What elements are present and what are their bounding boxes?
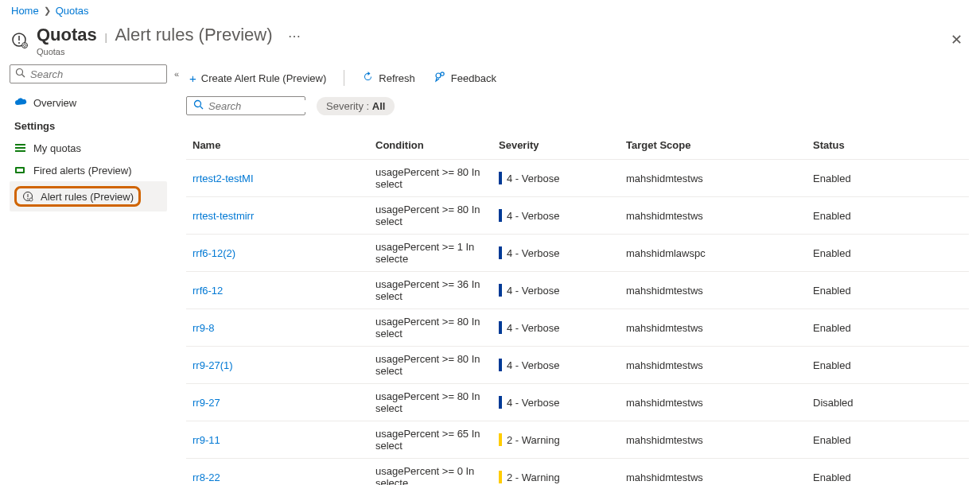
alert-rules-icon xyxy=(21,190,34,203)
cell-severity: 4 - Verbose xyxy=(499,359,626,371)
cell-scope: mahshidmlawspc xyxy=(626,247,813,259)
sidebar-item-label: Fired alerts (Preview) xyxy=(33,165,132,177)
more-button[interactable]: ⋯ xyxy=(285,29,304,43)
page-header: Quotas | Alert rules (Preview) ⋯ Quotas … xyxy=(0,20,980,64)
search-icon xyxy=(193,99,204,112)
cell-severity: 4 - Verbose xyxy=(499,172,626,184)
cell-status: Enabled xyxy=(813,210,892,222)
alert-rule-link[interactable]: rrf6-12(2) xyxy=(192,247,235,259)
cell-scope: mahshidmtestws xyxy=(626,471,813,483)
severity-bar-icon xyxy=(499,359,502,371)
sidebar-section-settings: Settings xyxy=(10,114,167,137)
highlight-ring: Alert rules (Preview) xyxy=(14,186,141,207)
sidebar-search-input[interactable] xyxy=(30,68,165,80)
breadcrumb-quotas[interactable]: Quotas xyxy=(56,5,89,17)
cell-status: Enabled xyxy=(813,285,892,297)
cell-scope: mahshidmtestws xyxy=(626,173,813,184)
alert-rules-table: Name Condition Severity Target Scope Sta… xyxy=(186,133,969,485)
svg-point-15 xyxy=(436,73,441,78)
svg-point-4 xyxy=(17,69,23,76)
alert-rule-link[interactable]: rr9-27(1) xyxy=(192,359,233,371)
svg-point-14 xyxy=(29,198,33,201)
cell-condition: usagePercent >= 1 In selecte xyxy=(375,241,499,265)
collapse-sidebar-icon[interactable]: « xyxy=(174,69,179,79)
refresh-icon xyxy=(362,71,374,85)
table-header: Name Condition Severity Target Scope Sta… xyxy=(186,133,969,160)
cell-scope: mahshidmtestws xyxy=(626,285,813,297)
cell-condition: usagePercent >= 80 In select xyxy=(375,166,499,190)
svg-point-2 xyxy=(18,42,20,44)
alert-icon xyxy=(14,164,27,177)
severity-bar-icon xyxy=(499,433,502,446)
col-header-scope[interactable]: Target Scope xyxy=(626,139,813,151)
table-row: rrf6-12(2)usagePercent >= 1 In selecte4 … xyxy=(186,235,969,272)
main-content: + Create Alert Rule (Preview) Refresh Fe… xyxy=(175,64,980,485)
plus-icon: + xyxy=(189,72,196,85)
feedback-button[interactable]: Feedback xyxy=(431,68,500,88)
table-search[interactable] xyxy=(186,96,305,115)
table-row: rr9-11usagePercent >= 65 In select2 - Wa… xyxy=(186,421,969,459)
alert-rule-link[interactable]: rrtest-testmirr xyxy=(192,210,254,222)
list-icon xyxy=(14,142,27,154)
sidebar-item-fired-alerts[interactable]: Fired alerts (Preview) xyxy=(10,159,167,181)
cell-scope: mahshidmtestws xyxy=(626,210,813,222)
alert-rule-link[interactable]: rrtest2-testMI xyxy=(192,173,254,184)
sidebar-item-alert-rules[interactable]: Alert rules (Preview) xyxy=(10,181,167,211)
cell-scope: mahshidmtestws xyxy=(626,322,813,334)
sidebar-item-label: Alert rules (Preview) xyxy=(41,191,134,203)
svg-point-13 xyxy=(27,198,29,200)
severity-bar-icon xyxy=(499,321,502,334)
sidebar: « Overview Settings My quotas Fired aler… xyxy=(0,64,175,485)
filter-row: Severity : All xyxy=(186,96,969,115)
alert-rule-link[interactable]: rr9-11 xyxy=(192,434,220,446)
col-header-status[interactable]: Status xyxy=(813,139,892,151)
close-button[interactable]: ✕ xyxy=(944,28,969,52)
page-subtitle: Quotas xyxy=(37,47,304,56)
create-alert-rule-button[interactable]: + Create Alert Rule (Preview) xyxy=(186,68,329,88)
sidebar-item-label: My quotas xyxy=(33,142,81,154)
alert-rule-link[interactable]: rr8-22 xyxy=(192,471,220,483)
sidebar-item-overview[interactable]: Overview xyxy=(10,91,167,114)
severity-bar-icon xyxy=(499,284,502,297)
toolbar: + Create Alert Rule (Preview) Refresh Fe… xyxy=(186,64,969,96)
breadcrumb-home[interactable]: Home xyxy=(11,5,39,17)
cell-severity: 4 - Verbose xyxy=(499,321,626,334)
refresh-button[interactable]: Refresh xyxy=(359,68,418,88)
cell-severity: 2 - Warning xyxy=(499,433,626,446)
sidebar-search[interactable]: « xyxy=(10,64,167,83)
feedback-icon xyxy=(434,71,446,85)
cell-status: Enabled xyxy=(813,434,892,446)
table-row: rrtest-testmirrusagePercent >= 80 In sel… xyxy=(186,197,969,235)
table-row: rr9-27(1)usagePercent >= 80 In select4 -… xyxy=(186,347,969,384)
severity-filter[interactable]: Severity : All xyxy=(317,97,395,115)
cell-condition: usagePercent >= 36 In select xyxy=(375,278,499,302)
sidebar-item-label: Overview xyxy=(33,97,76,109)
cell-severity: 4 - Verbose xyxy=(499,284,626,297)
svg-line-18 xyxy=(200,107,204,110)
alert-rule-link[interactable]: rrf6-12 xyxy=(192,285,223,297)
col-header-name[interactable]: Name xyxy=(192,139,375,151)
cell-status: Disabled xyxy=(813,397,892,409)
toolbar-divider xyxy=(344,70,344,86)
alert-rule-link[interactable]: rr9-8 xyxy=(192,322,214,334)
cell-condition: usagePercent >= 65 In select xyxy=(375,428,499,452)
sidebar-item-my-quotas[interactable]: My quotas xyxy=(10,137,167,159)
table-row: rr9-8usagePercent >= 80 In select4 - Ver… xyxy=(186,309,969,347)
cell-status: Enabled xyxy=(813,173,892,184)
severity-bar-icon xyxy=(499,396,502,409)
table-row: rrf6-12usagePercent >= 36 In select4 - V… xyxy=(186,272,969,309)
cell-severity: 4 - Verbose xyxy=(499,396,626,409)
cell-severity: 4 - Verbose xyxy=(499,246,626,259)
svg-line-5 xyxy=(22,75,25,78)
alert-rule-link[interactable]: rr9-27 xyxy=(192,397,220,409)
quotas-icon xyxy=(11,32,29,49)
cloud-icon xyxy=(14,96,27,109)
cell-severity: 4 - Verbose xyxy=(499,209,626,222)
cell-scope: mahshidmtestws xyxy=(626,359,813,371)
cell-condition: usagePercent >= 80 In select xyxy=(375,204,499,227)
svg-point-17 xyxy=(195,101,201,107)
search-icon xyxy=(15,68,25,80)
col-header-condition[interactable]: Condition xyxy=(375,139,499,151)
col-header-severity[interactable]: Severity xyxy=(499,139,626,151)
page-title-suffix: Alert rules (Preview) xyxy=(115,25,272,45)
